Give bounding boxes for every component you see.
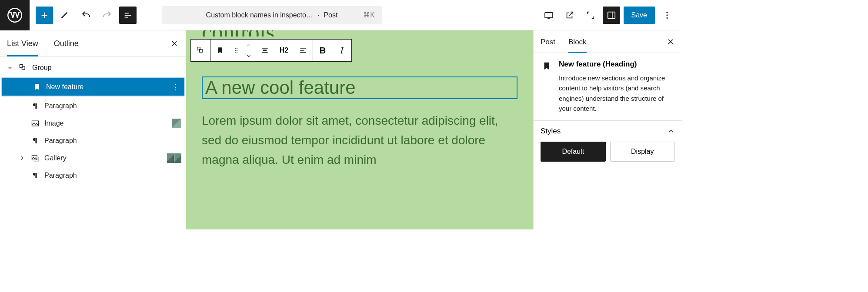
text-align-button[interactable]	[294, 40, 313, 61]
heading-level-button[interactable]: H2	[274, 40, 294, 61]
select-parent-button[interactable]	[191, 40, 210, 61]
document-type-separator: ·	[317, 11, 319, 19]
block-toolbar: H2 B I	[190, 39, 352, 62]
block-tree: Group New feature ⋮ Paragraph Image Para…	[0, 56, 186, 184]
document-title: Custom block names in inspecto…	[206, 11, 313, 19]
chevron-up-icon	[667, 127, 675, 135]
bookmark-icon	[32, 83, 42, 91]
svg-point-0	[8, 8, 22, 22]
editor-main: List View Outline Group New feature ⋮ Pa…	[0, 30, 682, 229]
paragraph-icon	[30, 102, 40, 110]
overview-tabs: List View Outline	[0, 30, 186, 56]
drag-handle[interactable]	[230, 40, 243, 61]
tools-button[interactable]	[57, 7, 74, 24]
svg-point-15	[237, 50, 237, 51]
tree-item-new-feature[interactable]: New feature ⋮	[1, 77, 185, 96]
svg-rect-18	[263, 50, 267, 51]
svg-rect-2	[608, 12, 615, 18]
tree-item-label: Group	[32, 64, 51, 72]
view-button[interactable]	[540, 7, 558, 24]
command-center[interactable]: Custom block names in inspecto… · Post ⌘…	[162, 6, 382, 24]
tab-outline[interactable]: Outline	[54, 39, 79, 56]
tree-item-label: Image	[44, 119, 63, 127]
bold-button[interactable]: B	[313, 40, 332, 61]
styles-panel: Styles Default Display	[534, 120, 682, 169]
settings-sidebar-toggle[interactable]	[603, 7, 620, 24]
block-type-button[interactable]	[210, 40, 230, 61]
heading-text[interactable]: A new cool feature	[205, 77, 514, 98]
tree-item-group[interactable]: Group	[0, 59, 186, 76]
svg-point-4	[666, 14, 668, 16]
image-icon	[30, 119, 40, 128]
gallery-icon	[30, 154, 40, 163]
style-variants: Default Display	[534, 142, 682, 169]
svg-point-13	[237, 48, 237, 49]
italic-button[interactable]: I	[332, 40, 351, 61]
redo-button[interactable]	[98, 7, 116, 24]
tree-item-paragraph[interactable]: Paragraph	[0, 132, 186, 149]
svg-rect-8	[32, 121, 39, 126]
sidebar-tabs: Post Block	[534, 30, 682, 53]
save-button[interactable]: Save	[624, 7, 655, 24]
tree-item-image[interactable]: Image	[0, 115, 186, 132]
close-sidebar-button[interactable]	[666, 37, 675, 46]
svg-point-3	[666, 11, 668, 13]
move-up-button[interactable]	[243, 40, 255, 50]
svg-rect-7	[22, 67, 25, 70]
close-overview-button[interactable]	[170, 39, 179, 48]
chevron-right-icon[interactable]	[18, 155, 26, 161]
block-mover	[243, 40, 255, 61]
chevron-down-icon[interactable]	[6, 65, 14, 71]
block-card: New feature (Heading) Introduce new sect…	[534, 53, 682, 120]
paragraph-icon	[30, 172, 40, 179]
document-type: Post	[324, 11, 337, 19]
command-shortcut: ⌘K	[363, 11, 375, 19]
styles-panel-toggle[interactable]: Styles	[534, 121, 682, 142]
tree-item-paragraph[interactable]: Paragraph	[0, 97, 186, 115]
tree-item-label: Paragraph	[44, 137, 77, 145]
options-menu-button[interactable]	[658, 7, 676, 24]
svg-rect-1	[545, 13, 553, 18]
bookmark-icon	[541, 60, 553, 72]
topbar-right-tools: Save	[540, 7, 682, 24]
tab-block[interactable]: Block	[568, 38, 587, 53]
external-preview-button[interactable]	[561, 7, 578, 24]
style-variant-display[interactable]: Display	[610, 142, 675, 162]
style-variant-default[interactable]: Default	[541, 142, 606, 162]
wordpress-logo[interactable]	[0, 0, 30, 30]
undo-button[interactable]	[77, 7, 95, 24]
heading-block[interactable]: A new cool feature	[202, 76, 517, 99]
block-inserter-button[interactable]	[36, 7, 53, 24]
svg-point-12	[235, 48, 236, 49]
tab-list-view[interactable]: List View	[7, 39, 38, 56]
align-button[interactable]	[255, 40, 274, 61]
topbar-left-tools	[30, 7, 143, 24]
settings-sidebar: Post Block New feature (Heading) Introdu…	[533, 30, 682, 229]
editor-canvas[interactable]: controls H2 B I	[186, 30, 533, 229]
tree-item-label: Paragraph	[44, 102, 77, 110]
fullscreen-button[interactable]	[582, 7, 599, 24]
tree-item-label: Gallery	[44, 154, 67, 162]
paragraph-block[interactable]: Lorem ipsum dolor sit amet, consectetur …	[202, 111, 517, 169]
tree-item-options-button[interactable]: ⋮	[172, 82, 180, 92]
svg-point-14	[235, 50, 236, 51]
svg-point-16	[235, 52, 236, 53]
tree-item-label: New feature	[46, 83, 83, 91]
move-down-button[interactable]	[243, 50, 255, 61]
svg-rect-6	[20, 65, 23, 68]
editor-topbar: Custom block names in inspecto… · Post ⌘…	[0, 0, 682, 30]
tree-item-gallery[interactable]: Gallery	[0, 149, 186, 167]
svg-rect-11	[200, 50, 203, 53]
styles-label: Styles	[541, 127, 561, 136]
tree-item-label: Paragraph	[44, 172, 77, 179]
svg-point-17	[237, 52, 237, 53]
paragraph-icon	[30, 137, 40, 145]
document-overview-button[interactable]	[119, 7, 137, 24]
block-card-title: New feature (Heading)	[559, 60, 675, 69]
tree-item-paragraph[interactable]: Paragraph	[0, 167, 186, 184]
image-thumbnail	[172, 119, 181, 128]
svg-point-5	[666, 17, 668, 18]
gallery-thumbnail	[167, 153, 181, 163]
document-overview-panel: List View Outline Group New feature ⋮ Pa…	[0, 30, 186, 229]
tab-post[interactable]: Post	[541, 38, 555, 53]
